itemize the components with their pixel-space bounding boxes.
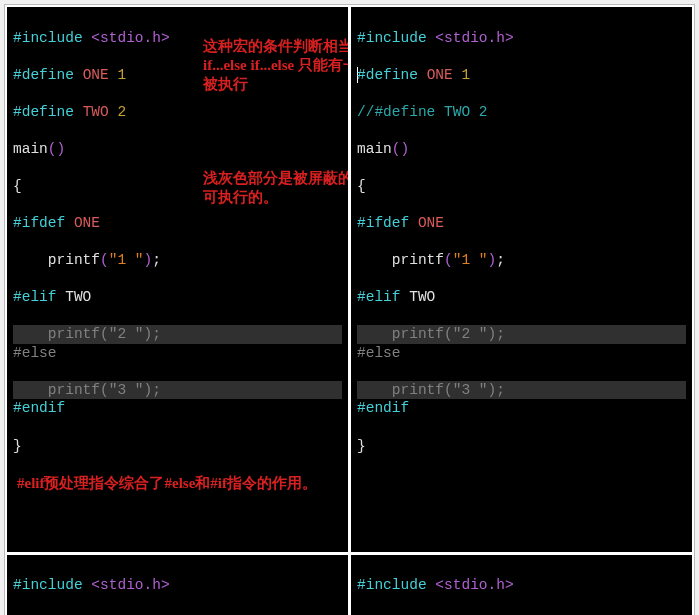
define-directive: #define [357, 67, 418, 83]
macro-two: TWO [83, 104, 109, 120]
macro-one: ONE [427, 67, 453, 83]
include-directive: #include [357, 30, 427, 46]
code-panel-3: #include <stdio.h> //#define ONE 1 #defi… [7, 555, 348, 615]
footnote-text: #elif预处理指令综合了#else和#if指令的作用。 [13, 475, 317, 491]
paren: ) [488, 252, 497, 268]
brace: { [357, 178, 366, 194]
header-file: <stdio.h> [435, 577, 513, 593]
code-panel-2: #include <stdio.h> #define ONE 1 //#defi… [351, 7, 692, 552]
macro-one: ONE [74, 215, 100, 231]
inactive-code: printf("2 "); [13, 326, 161, 342]
paren: ) [144, 252, 153, 268]
semicolon: ; [152, 252, 161, 268]
paren: ( [444, 252, 453, 268]
paren: ) [401, 141, 410, 157]
annotation-2: 浅灰色部分是被屏蔽的，不可执行的。 [203, 169, 348, 207]
string-1: "1 " [453, 252, 488, 268]
else-directive: #else [13, 345, 57, 361]
paren: ( [48, 141, 57, 157]
header-file: <stdio.h> [91, 30, 169, 46]
annotation-1: 这种宏的条件判断相当于 if...else if...else 只能有一个被执行 [203, 37, 348, 93]
code-panel-1: #include <stdio.h> #define ONE 1 #define… [7, 7, 348, 552]
ifdef-directive: #ifdef [357, 215, 409, 231]
macro-two: TWO [65, 289, 91, 305]
code-panel-4: #include <stdio.h> //#define ONE 1 //#de… [351, 555, 692, 615]
elif-directive: #elif [13, 289, 57, 305]
inactive-code: printf("3 "); [13, 382, 161, 398]
ifdef-directive: #ifdef [13, 215, 65, 231]
semicolon: ; [496, 252, 505, 268]
string-1: "1 " [109, 252, 144, 268]
num-2: 2 [117, 104, 126, 120]
num-1: 1 [461, 67, 470, 83]
ident-main: main [13, 141, 48, 157]
commented-line: //#define TWO 2 [357, 104, 488, 120]
ident-printf: printf [392, 252, 444, 268]
header-file: <stdio.h> [91, 577, 169, 593]
include-directive: #include [13, 30, 83, 46]
header-file: <stdio.h> [435, 30, 513, 46]
paren: ( [100, 252, 109, 268]
ident-printf: printf [48, 252, 100, 268]
num-1: 1 [117, 67, 126, 83]
elif-directive: #elif [357, 289, 401, 305]
ident-main: main [357, 141, 392, 157]
define-directive: #define [13, 104, 74, 120]
inactive-code: printf("3 "); [357, 382, 505, 398]
brace: } [13, 438, 22, 454]
paren: ( [392, 141, 401, 157]
macro-two: TWO [409, 289, 435, 305]
else-directive: #else [357, 345, 401, 361]
include-directive: #include [13, 577, 83, 593]
endif-directive: #endif [357, 400, 409, 416]
include-directive: #include [357, 577, 427, 593]
endif-directive: #endif [13, 400, 65, 416]
brace: } [357, 438, 366, 454]
inactive-code: printf("2 "); [357, 326, 505, 342]
paren: ) [57, 141, 66, 157]
macro-one: ONE [418, 215, 444, 231]
define-directive: #define [13, 67, 74, 83]
brace: { [13, 178, 22, 194]
macro-one: ONE [83, 67, 109, 83]
